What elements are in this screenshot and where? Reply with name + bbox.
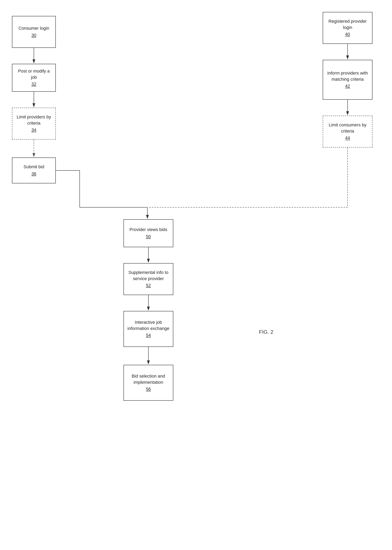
inform-providers-number: 42	[345, 83, 350, 89]
post-modify-job-box: Post or modify a job 32	[12, 64, 56, 92]
submit-bid-box: Submit bid 36	[12, 157, 56, 183]
interactive-job-label: Interactive job information exchange	[127, 319, 170, 332]
limit-consumers-number: 44	[345, 135, 350, 141]
inform-providers-box: Inform providers with matching criteria …	[323, 60, 372, 100]
submit-bid-label: Submit bid	[23, 164, 44, 170]
post-modify-job-number: 32	[31, 81, 36, 87]
limit-consumers-box: Limit consumers by criteria 44	[323, 116, 372, 148]
registered-provider-login-box: Registered provider login 40	[323, 12, 372, 44]
consumer-login-box: Consumer login 30	[12, 16, 56, 48]
registered-provider-login-label: Registered provider login	[326, 18, 369, 31]
diagram-container: Consumer login 30 Post or modify a job 3…	[0, 0, 392, 550]
submit-bid-number: 36	[31, 171, 36, 177]
inform-providers-label: Inform providers with matching criteria	[326, 70, 369, 83]
supplemental-info-number: 52	[146, 282, 151, 289]
consumer-login-label: Consumer login	[19, 25, 49, 31]
interactive-job-number: 54	[146, 332, 151, 338]
consumer-login-number: 30	[31, 32, 36, 38]
supplemental-info-label: Supplemental info to service provider	[127, 270, 170, 282]
bid-selection-label: Bid selection and implementation	[127, 373, 170, 386]
limit-consumers-label: Limit consumers by criteria	[326, 122, 369, 134]
registered-provider-login-number: 40	[345, 31, 350, 37]
post-modify-job-label: Post or modify a job	[15, 68, 52, 80]
supplemental-info-box: Supplemental info to service provider 52	[124, 263, 173, 295]
provider-views-bids-number: 50	[146, 234, 151, 240]
interactive-job-box: Interactive job information exchange 54	[124, 311, 173, 347]
bid-selection-box: Bid selection and implementation 56	[124, 365, 173, 401]
limit-providers-box: Limit providers by criteria 34	[12, 108, 56, 140]
provider-views-bids-label: Provider views bids	[129, 227, 167, 233]
fig-label: FIG. 2	[259, 329, 273, 335]
limit-providers-label: Limit providers by criteria	[15, 114, 52, 126]
bid-selection-number: 56	[146, 386, 151, 392]
provider-views-bids-box: Provider views bids 50	[124, 219, 173, 247]
limit-providers-number: 34	[31, 127, 36, 133]
